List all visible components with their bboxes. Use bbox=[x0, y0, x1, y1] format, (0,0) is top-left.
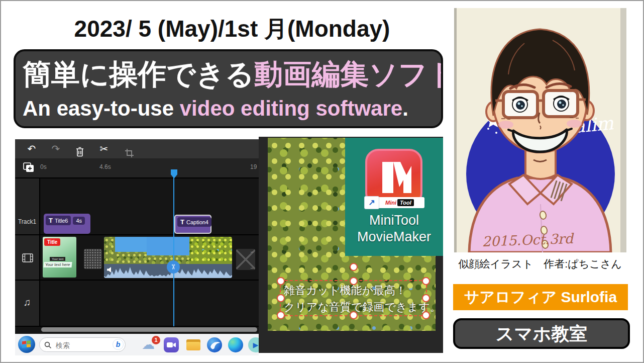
video-track-row: Title Your text Your text here bbox=[15, 235, 259, 281]
thumb-small-text: Your text bbox=[50, 257, 65, 261]
desktop-teal-area: Mini Tool ↗ MiniTool MovieMaker bbox=[345, 138, 443, 256]
search-icon bbox=[44, 341, 52, 351]
thumb-ribbon-text: Your text here bbox=[43, 262, 72, 267]
text-track-header: Track1 bbox=[15, 178, 40, 234]
minitool-app-icon[interactable]: Mini Tool ↗ bbox=[365, 149, 422, 206]
title-line-en: An easy-to-use video editing software. bbox=[23, 95, 443, 123]
taskbar-search-box[interactable]: b bbox=[39, 337, 126, 352]
playhead-line[interactable] bbox=[173, 177, 174, 326]
notification-badge: 1 bbox=[152, 336, 160, 344]
title-en-period: . bbox=[402, 97, 408, 120]
start-button[interactable] bbox=[18, 336, 35, 353]
caption-clip-label: Caption4 bbox=[186, 219, 208, 225]
ruler-tick-0s: 0s bbox=[40, 163, 47, 170]
shortcut-arrow-icon: ↗ bbox=[364, 196, 379, 209]
resize-arrow-icon: ↔ bbox=[250, 249, 254, 254]
ruler-tick-4-6s: 4.6s bbox=[99, 163, 111, 170]
redo-icon[interactable]: ↷ bbox=[47, 139, 64, 158]
video-thumb-3 bbox=[189, 237, 232, 264]
title-banner: 簡単に操作できる動画編集ソフト An easy-to-use video edi… bbox=[14, 49, 443, 128]
badge-mini-text: Mini bbox=[385, 200, 396, 206]
thunderbird-icon[interactable] bbox=[207, 337, 222, 352]
rotate-handle[interactable] bbox=[350, 263, 358, 271]
caption-text-line1: 雑音カット機能が最高！ bbox=[284, 282, 430, 299]
video-editor-screenshot: ↶ ↷ ✂ 0s 4.6s 19 bbox=[15, 139, 259, 355]
audio-track-header: ♫ bbox=[15, 281, 40, 326]
undo-icon[interactable]: ↶ bbox=[23, 139, 40, 158]
transition-placeholder[interactable]: ↔ ↔ bbox=[236, 249, 255, 270]
resize-handle-bc[interactable] bbox=[350, 311, 358, 319]
date-header: 2023/ 5 (May)/1st 月(Monday) bbox=[31, 11, 433, 46]
track1-label: Track1 bbox=[15, 218, 39, 225]
text-tool-icon: T bbox=[180, 218, 184, 226]
chat-app-icon[interactable] bbox=[164, 337, 179, 352]
title-jp-white: 簡単に操作できる bbox=[23, 58, 254, 90]
video-track-header bbox=[15, 235, 40, 280]
text-track-row: Track1 TTitle64s TCaption4 bbox=[15, 178, 259, 235]
video-thumb-1 bbox=[104, 237, 147, 264]
title-line-jp: 簡単に操作できる動画編集ソフト bbox=[23, 54, 443, 94]
title-clip[interactable]: TTitle64s bbox=[44, 214, 90, 234]
search-input[interactable] bbox=[55, 339, 110, 351]
audio-track-row: ♫ bbox=[15, 281, 259, 327]
minitool-badge: Mini Tool bbox=[372, 197, 424, 208]
title-jp-pink: 動画編集ソフト bbox=[254, 58, 443, 90]
preview-panel: Mini Tool ↗ MiniTool MovieMaker 雑音カット機能が… bbox=[259, 137, 443, 353]
timeline-ruler: 0s 4.6s 19 bbox=[15, 158, 259, 178]
edge-icon[interactable] bbox=[228, 337, 243, 352]
delete-icon[interactable] bbox=[71, 144, 88, 154]
text-tool-icon: T bbox=[49, 217, 53, 224]
resize-handle-ml[interactable] bbox=[277, 294, 285, 302]
badge-tool-text: Tool bbox=[397, 199, 414, 206]
resize-arrow-icon: ↔ bbox=[250, 265, 254, 270]
file-explorer-icon[interactable] bbox=[186, 337, 201, 352]
resize-handle-tr[interactable] bbox=[422, 277, 430, 285]
portrait-date-text: 2015.Oct.3rd bbox=[482, 231, 575, 249]
resize-handle-br[interactable] bbox=[422, 311, 430, 319]
thumbnail-canvas: 2023/ 5 (May)/1st 月(Monday) 簡単に操作できる動画編集… bbox=[0, 0, 644, 363]
resize-handle-tc[interactable] bbox=[350, 277, 358, 285]
classroom-banner: スマホ教室 bbox=[453, 318, 630, 349]
title-clip-thumbnail[interactable]: Title Your text Your text here bbox=[43, 237, 76, 278]
caption-clip-selected[interactable]: TCaption4 bbox=[174, 215, 211, 234]
title-badge: Title bbox=[44, 238, 60, 246]
icon-label-line1: MiniTool bbox=[345, 212, 443, 229]
transition-block[interactable] bbox=[84, 249, 102, 269]
split-scissors-button[interactable]: ✂ bbox=[167, 260, 180, 274]
title-clip-duration: 4s bbox=[73, 217, 85, 225]
speaker-icon bbox=[106, 266, 114, 275]
video-clip[interactable] bbox=[104, 237, 232, 278]
windows-taskbar: b ☁ 1 ▶ bbox=[15, 334, 259, 355]
bing-icon: b bbox=[113, 339, 124, 350]
video-thumb-2 bbox=[147, 237, 189, 264]
title-en-white: An easy-to-use bbox=[23, 97, 180, 120]
timeline-tracks: Track1 TTitle64s TCaption4 Title bbox=[15, 178, 259, 327]
title-clip-label: Title6 bbox=[55, 218, 68, 224]
ruler-tick-19: 19 bbox=[250, 163, 257, 170]
illustration-credit: 似顔絵イラスト 作者:ぱちこさん bbox=[452, 255, 628, 273]
scissors-icon[interactable]: ✂ bbox=[95, 139, 113, 158]
media-app-icon[interactable]: ▶ bbox=[248, 337, 259, 352]
caption-selection-box[interactable]: 雑音カット機能が最高！ クリアな音質で録画できます。 bbox=[280, 280, 427, 316]
horizontal-scrollbar[interactable] bbox=[41, 327, 257, 332]
crop-icon[interactable] bbox=[121, 144, 138, 153]
title-en-pink: video editing software bbox=[180, 97, 402, 120]
add-media-icon[interactable] bbox=[23, 162, 34, 175]
author-banner: サアロフィア Surlofia bbox=[453, 284, 628, 310]
music-note-icon: ♫ bbox=[15, 297, 39, 308]
icon-label-line2: MovieMaker bbox=[345, 229, 443, 245]
resize-handle-tl[interactable] bbox=[277, 277, 285, 285]
resize-handle-bl[interactable] bbox=[277, 311, 285, 319]
caricature-portrait: alim bbox=[454, 8, 626, 252]
editor-toolbar: ↶ ↷ ✂ bbox=[15, 139, 259, 158]
windows-logo-icon bbox=[22, 340, 31, 348]
minitool-icon-label: MiniTool MovieMaker bbox=[345, 212, 443, 245]
resize-handle-mr[interactable] bbox=[422, 294, 430, 302]
film-icon bbox=[22, 253, 33, 264]
